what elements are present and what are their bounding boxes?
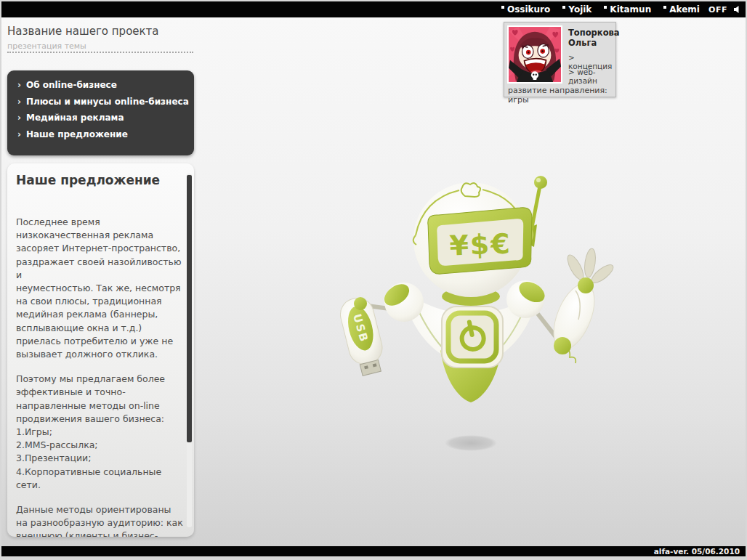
paragraph: Последнее время низкокачественная реклам… — [16, 216, 185, 361]
content-panel: Наше предложение Последнее время низкока… — [7, 163, 194, 537]
bullet-icon — [663, 6, 666, 9]
profile-role: > web-дизайн — [568, 68, 615, 85]
nav-menu: › Об online-бизнесе › Плюсы и минусы onl… — [7, 70, 194, 155]
paragraph: Данные методы ориентированы на разнообра… — [16, 503, 185, 537]
sound-off-toggle[interactable]: OFF — [708, 1, 740, 17]
visor-currency-text: ¥$€ — [449, 228, 512, 262]
team-member-label: Akemi — [669, 4, 700, 15]
team-links: Ossikuro Yojik Kitamun Akemi — [501, 1, 700, 17]
page-subtitle: презентация темы — [7, 41, 86, 51]
menu-item-label: Наше предложение — [26, 129, 128, 139]
menu-item-label: Плюсы и минусы online-бизнеса — [26, 97, 189, 107]
menu-item-pros-cons[interactable]: › Плюсы и минусы online-бизнеса — [17, 97, 194, 113]
menu-item-media-advertising[interactable]: › Медийная реклама — [17, 113, 194, 129]
avatar — [507, 25, 562, 84]
bullet-icon — [501, 6, 504, 9]
bullet-icon — [562, 6, 565, 9]
menu-item-about-online-business[interactable]: › Об online-бизнесе — [17, 80, 194, 97]
profile-name: Топоркова Ольга — [568, 28, 620, 48]
profile-direction: развитие направления: игры — [508, 86, 615, 105]
menu-item-label: Об online-бизнесе — [26, 80, 117, 90]
robot-shadow — [445, 435, 497, 451]
scrollbar-thumb[interactable] — [187, 175, 192, 442]
menu-item-label: Медийная реклама — [26, 113, 124, 123]
team-member-ossikuro[interactable]: Ossikuro — [501, 4, 550, 15]
team-member-akemi[interactable]: Akemi — [663, 4, 700, 15]
team-member-yojik[interactable]: Yojik — [562, 4, 591, 15]
content-text: Последнее время низкокачественная реклам… — [16, 216, 185, 537]
arrow-right-icon: › — [17, 80, 21, 90]
team-member-label: Yojik — [568, 4, 591, 15]
claw-arm — [538, 248, 615, 363]
arrow-right-icon: › — [17, 113, 21, 123]
page-title: Название нашего проекта — [7, 25, 159, 38]
page: Ossikuro Yojik Kitamun Akemi OFF Названи… — [0, 0, 747, 560]
team-member-kitamun[interactable]: Kitamun — [604, 4, 651, 15]
speaker-muted-icon — [731, 5, 740, 14]
robot-illustration: USB — [320, 167, 639, 458]
main-area: Название нашего проекта презентация темы… — [1, 17, 746, 546]
team-member-label: Ossikuro — [507, 4, 550, 15]
profile-card: Топоркова Ольга > концепция > web-дизайн… — [504, 22, 616, 97]
arrow-right-icon: › — [17, 97, 21, 107]
paragraph: Поэтому мы предлагаем более эффективные … — [16, 373, 185, 492]
team-member-label: Kitamun — [610, 4, 651, 15]
robot-visor: ¥$€ — [427, 207, 533, 274]
arrow-right-icon: › — [17, 129, 21, 139]
avatar-illustration — [509, 27, 561, 82]
dotted-divider — [7, 52, 193, 53]
menu-item-our-offer[interactable]: › Наше предложение — [17, 129, 194, 146]
power-button-icon — [442, 307, 503, 368]
bottom-bar: alfa-ver. 05/06.2010 — [1, 546, 746, 556]
content-heading: Наше предложение — [16, 173, 160, 187]
sound-off-label: OFF — [708, 5, 727, 15]
top-bar: Ossikuro Yojik Kitamun Akemi OFF — [1, 1, 746, 17]
bullet-icon — [604, 6, 607, 9]
version-label: alfa-ver. 05/06.2010 — [654, 547, 740, 556]
